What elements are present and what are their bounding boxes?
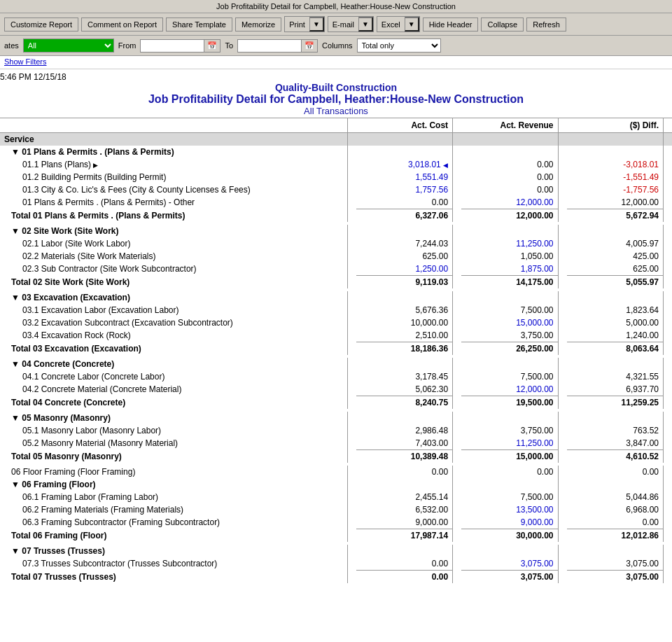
- group-header-row[interactable]: ▼ 02 Site Work (Site Work): [0, 225, 672, 237]
- to-date-input-wrap: 📅: [237, 39, 318, 53]
- table-row: 05.1 Masonry Labor (Masonry Labor)2,986.…: [0, 424, 672, 437]
- col-header-diff: ($) Diff.: [567, 118, 664, 133]
- dates-select[interactable]: All: [23, 39, 114, 53]
- columns-label: Columns: [322, 41, 352, 50]
- col-sep-1: [347, 118, 356, 133]
- report-subtitle: All Transactions: [0, 106, 672, 116]
- table-row: 01.3 City & Co. Lic's & Fees (City & Cou…: [0, 183, 672, 196]
- excel-button[interactable]: Excel: [377, 17, 405, 32]
- to-label: To: [225, 41, 233, 50]
- table-row: 01 Plans & Permits . (Plans & Permits) -…: [0, 196, 672, 209]
- to-date-input[interactable]: [238, 40, 301, 51]
- print-button-split[interactable]: Print ▼: [284, 16, 325, 32]
- from-calendar-icon[interactable]: 📅: [204, 40, 220, 52]
- total-row: Total 06 Framing (Floor)17,987.1430,000.…: [0, 529, 672, 543]
- total-row: Total 05 Masonry (Masonry)10,389.4815,00…: [0, 450, 672, 463]
- company-name: Quality-Built Construction: [0, 82, 672, 93]
- table-row: 03.1 Excavation Labor (Excavation Labor)…: [0, 304, 672, 316]
- email-button-split[interactable]: E-mail ▼: [328, 16, 374, 32]
- group-header-row[interactable]: ▼ 06 Framing (Floor): [0, 478, 672, 491]
- table-row: Service: [0, 133, 672, 146]
- group-header-row[interactable]: ▼ 01 Plans & Permits . (Plans & Permits): [0, 146, 672, 158]
- table-row: 02.2 Materials (Site Work Materials)625.…: [0, 250, 672, 263]
- from-label: From: [118, 41, 136, 50]
- excel-button-split[interactable]: Excel ▼: [377, 16, 420, 32]
- group-header-row[interactable]: ▼ 07 Trusses (Trusses): [0, 545, 672, 557]
- col-header-act-cost: Act. Cost: [356, 118, 453, 133]
- table-row: 05.2 Masonry Material (Masonry Material)…: [0, 437, 672, 450]
- hide-header-button[interactable]: Hide Header: [423, 18, 479, 32]
- to-calendar-icon[interactable]: 📅: [301, 40, 317, 52]
- table-row: 03.2 Excavation Subcontract (Excavation …: [0, 316, 672, 329]
- total-row: Total 03 Excavation (Excavation)18,186.3…: [0, 342, 672, 356]
- group-header-row[interactable]: ▼ 05 Masonry (Masonry): [0, 412, 672, 424]
- total-row: Total 04 Concrete (Concrete)8,240.7519,5…: [0, 396, 672, 410]
- col-sep-2: [453, 118, 462, 133]
- filter-bar: ates All From 📅 To 📅 Columns Total only: [0, 36, 672, 56]
- title-bar: Job Profitability Detail for Campbell, H…: [0, 0, 672, 13]
- print-button[interactable]: Print: [285, 17, 309, 32]
- columns-select[interactable]: Total only: [357, 39, 441, 53]
- collapse-button[interactable]: Collapse: [481, 18, 524, 32]
- group-header-row[interactable]: ▼ 03 Excavation (Excavation): [0, 291, 672, 304]
- table-row: 04.2 Concrete Material (Concrete Materia…: [0, 383, 672, 396]
- table-row: 01.2 Building Permits (Building Permit)1…: [0, 171, 672, 183]
- table-row: 03.4 Excavation Rock (Rock)2,510.003,750…: [0, 329, 672, 342]
- group-header-row[interactable]: ▼ 04 Concrete (Concrete): [0, 358, 672, 370]
- col-header-act-revenue: Act. Revenue: [461, 118, 558, 133]
- table-row: 06.1 Framing Labor (Framing Labor)2,455.…: [0, 491, 672, 503]
- col-header-service: [0, 118, 347, 133]
- report-date: 12/15/18: [34, 72, 66, 82]
- email-dropdown-arrow[interactable]: ▼: [358, 17, 373, 32]
- col-sep-4: [664, 118, 673, 133]
- report-header-center: Quality-Built Construction Job Profitabi…: [0, 82, 672, 118]
- table-row: 02.3 Sub Contractor (Site Work Subcontra…: [0, 263, 672, 276]
- refresh-button[interactable]: Refresh: [526, 18, 566, 32]
- total-row: Total 02 Site Work (Site Work)9,119.0314…: [0, 276, 672, 289]
- total-row: Total 07 Trusses (Trusses)0.003,075.003,…: [0, 571, 672, 584]
- from-date-input[interactable]: [141, 40, 204, 51]
- col-sep-3: [558, 118, 567, 133]
- report-table: Act. Cost Act. Revenue ($) Diff. Service…: [0, 118, 672, 586]
- report-time: 5:46 PM: [0, 72, 31, 82]
- table-row: 06.2 Framing Materials (Framing Material…: [0, 503, 672, 516]
- email-button[interactable]: E-mail: [328, 17, 358, 32]
- share-template-button[interactable]: Share Template: [166, 18, 232, 32]
- report-area: 5:46 PM 12/15/18 Quality-Built Construct…: [0, 69, 672, 589]
- excel-dropdown-arrow[interactable]: ▼: [405, 17, 419, 32]
- window-title: Job Profitability Detail for Campbell, H…: [216, 2, 456, 11]
- print-dropdown-arrow[interactable]: ▼: [309, 17, 324, 32]
- table-row: 02.1 Labor (Site Work Labor)7,244.0311,2…: [0, 237, 672, 250]
- total-row: Total 01 Plans & Permits . (Plans & Perm…: [0, 209, 672, 223]
- show-filters-link[interactable]: Show Filters: [0, 56, 672, 69]
- comment-on-report-button[interactable]: Comment on Report: [81, 18, 163, 32]
- toolbar: Customize Report Comment on Report Share…: [0, 13, 672, 36]
- spacer-row: [0, 583, 672, 586]
- customize-report-button[interactable]: Customize Report: [4, 18, 78, 32]
- table-row: 06.3 Framing Subcontractor (Framing Subc…: [0, 516, 672, 529]
- report-title: Job Profitability Detail for Campbell, H…: [0, 93, 672, 106]
- dates-label: ates: [4, 41, 19, 50]
- table-row: 06 Floor Framing (Floor Framing)0.000.00…: [0, 466, 672, 478]
- table-row: 04.1 Concrete Labor (Concrete Labor)3,17…: [0, 370, 672, 383]
- memorize-button[interactable]: Memorize: [235, 18, 281, 32]
- table-row: 01.1 Plans (Plans) ▶3,018.01 ◀0.00-3,018…: [0, 158, 672, 171]
- table-row: 07.3 Trusses Subcontractor (Trusses Subc…: [0, 557, 672, 571]
- from-date-input-wrap: 📅: [140, 39, 220, 53]
- report-meta: 5:46 PM 12/15/18: [0, 72, 672, 82]
